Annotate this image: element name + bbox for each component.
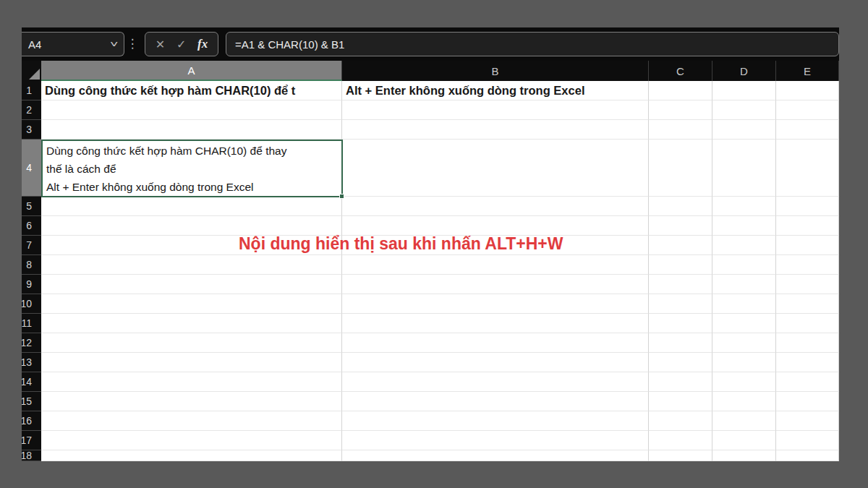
cell-e2[interactable] xyxy=(776,100,839,120)
cell-c4[interactable] xyxy=(649,140,712,197)
cell-a18[interactable] xyxy=(41,450,342,461)
cell-d15[interactable] xyxy=(712,392,776,411)
cell-a1[interactable]: Dùng công thức kết hợp hàm CHAR(10) để t xyxy=(41,81,342,100)
cell-b8[interactable] xyxy=(342,255,649,275)
row-header-8[interactable]: 8 xyxy=(22,255,41,275)
select-all-corner[interactable] xyxy=(22,61,41,81)
cell-c1[interactable] xyxy=(649,81,712,100)
cell-a3[interactable] xyxy=(41,120,342,140)
cancel-icon[interactable]: ✕ xyxy=(156,38,165,51)
name-box[interactable]: A4 ˅ xyxy=(22,32,124,56)
row-header-11[interactable]: 11 xyxy=(22,314,41,333)
row-header-15[interactable]: 15 xyxy=(22,392,41,411)
cell-a5[interactable] xyxy=(41,197,342,216)
cell-b14[interactable] xyxy=(342,372,649,392)
row-header-4[interactable]: 4 xyxy=(22,140,41,197)
cell-d1[interactable] xyxy=(712,81,776,100)
cell-c8[interactable] xyxy=(649,255,712,275)
cell-c10[interactable] xyxy=(649,294,712,314)
cell-d18[interactable] xyxy=(712,450,776,461)
cell-c17[interactable] xyxy=(649,431,712,450)
cell-e13[interactable] xyxy=(776,353,839,372)
column-header-c[interactable]: C xyxy=(649,61,712,81)
cell-a9[interactable] xyxy=(41,275,342,294)
cell-b17[interactable] xyxy=(342,431,649,450)
cell-b4[interactable] xyxy=(342,140,649,197)
row-header-17[interactable]: 17 xyxy=(22,431,41,450)
cell-d5[interactable] xyxy=(712,197,776,216)
cell-c14[interactable] xyxy=(649,372,712,392)
cell-b2[interactable] xyxy=(342,100,649,120)
enter-icon[interactable]: ✓ xyxy=(176,38,186,51)
row-header-6[interactable]: 6 xyxy=(22,216,41,236)
cell-a11[interactable] xyxy=(41,314,342,333)
cell-d9[interactable] xyxy=(712,275,776,294)
cell-c7[interactable] xyxy=(649,236,712,255)
more-options-icon[interactable]: ⋮ xyxy=(124,32,140,56)
cell-e4[interactable] xyxy=(776,140,839,197)
row-header-2[interactable]: 2 xyxy=(22,100,41,120)
row-header-3[interactable]: 3 xyxy=(22,120,41,140)
cell-e5[interactable] xyxy=(776,197,839,216)
cell-a15[interactable] xyxy=(41,392,342,411)
row-header-1[interactable]: 1 xyxy=(22,81,41,100)
fill-handle[interactable] xyxy=(339,194,344,199)
cell-d17[interactable] xyxy=(712,431,776,450)
cell-b13[interactable] xyxy=(342,353,649,372)
cell-b10[interactable] xyxy=(342,294,649,314)
cell-b12[interactable] xyxy=(342,333,649,353)
cell-d8[interactable] xyxy=(712,255,776,275)
selected-cell-a4[interactable]: Dùng công thức kết hợp hàm CHAR(10) để t… xyxy=(41,140,343,197)
cell-b1[interactable]: Alt + Enter không xuống dòng trong Excel xyxy=(342,81,649,100)
column-header-d[interactable]: D xyxy=(712,61,776,81)
cell-a13[interactable] xyxy=(41,353,342,372)
cell-b3[interactable] xyxy=(342,120,649,140)
cell-a16[interactable] xyxy=(41,411,342,431)
cell-d3[interactable] xyxy=(712,120,776,140)
cell-b9[interactable] xyxy=(342,275,649,294)
cell-d7[interactable] xyxy=(712,236,776,255)
cell-e6[interactable] xyxy=(776,216,839,236)
cell-a8[interactable] xyxy=(41,255,342,275)
cell-d4[interactable] xyxy=(712,140,776,197)
formula-input[interactable]: =A1 & CHAR(10) & B1 xyxy=(226,32,839,56)
cell-c6[interactable] xyxy=(649,216,712,236)
cell-c5[interactable] xyxy=(649,197,712,216)
cell-d2[interactable] xyxy=(712,100,776,120)
cell-e15[interactable] xyxy=(776,392,839,411)
cell-e16[interactable] xyxy=(776,411,839,431)
cell-c12[interactable] xyxy=(649,333,712,353)
cell-c16[interactable] xyxy=(649,411,712,431)
cell-b16[interactable] xyxy=(342,411,649,431)
cell-d12[interactable] xyxy=(712,333,776,353)
row-header-18[interactable]: 18 xyxy=(22,450,41,461)
cell-b18[interactable] xyxy=(342,450,649,461)
cell-c13[interactable] xyxy=(649,353,712,372)
cell-c11[interactable] xyxy=(649,314,712,333)
cell-d16[interactable] xyxy=(712,411,776,431)
cell-e11[interactable] xyxy=(776,314,839,333)
cell-c3[interactable] xyxy=(649,120,712,140)
cell-d14[interactable] xyxy=(712,372,776,392)
cell-c15[interactable] xyxy=(649,392,712,411)
row-header-5[interactable]: 5 xyxy=(22,197,41,216)
row-header-10[interactable]: 10 xyxy=(22,294,41,314)
cell-b5[interactable] xyxy=(342,197,649,216)
cell-e14[interactable] xyxy=(776,372,839,392)
cell-e17[interactable] xyxy=(776,431,839,450)
row-header-14[interactable]: 14 xyxy=(22,372,41,392)
cell-d13[interactable] xyxy=(712,353,776,372)
cell-b15[interactable] xyxy=(342,392,649,411)
cell-d11[interactable] xyxy=(712,314,776,333)
cell-d10[interactable] xyxy=(712,294,776,314)
column-header-a[interactable]: A xyxy=(41,61,342,81)
cell-a6[interactable] xyxy=(41,216,342,236)
cell-a10[interactable] xyxy=(41,294,342,314)
cell-a17[interactable] xyxy=(41,431,342,450)
cell-e3[interactable] xyxy=(776,120,839,140)
cell-a12[interactable] xyxy=(41,333,342,353)
cell-a2[interactable] xyxy=(41,100,342,120)
cell-b6[interactable] xyxy=(342,216,649,236)
row-header-7[interactable]: 7 xyxy=(22,236,41,255)
cell-a14[interactable] xyxy=(41,372,342,392)
